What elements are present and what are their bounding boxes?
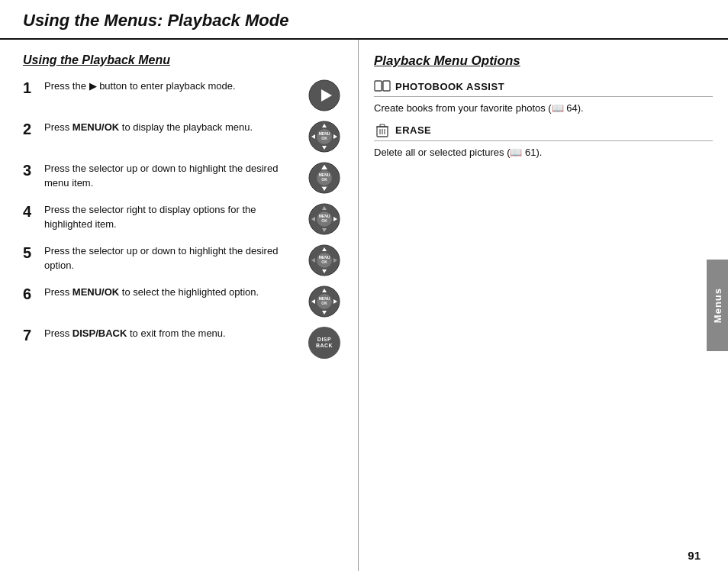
photobook-icon: [374, 79, 391, 93]
step-6-key: MENU/OK: [72, 286, 119, 298]
svg-rect-47: [380, 124, 385, 127]
svg-text:MENU: MENU: [319, 214, 330, 218]
left-section-title: Using the Playback Menu: [23, 53, 343, 67]
step-1: 1 Press the ▶ button to enter play­back …: [23, 79, 343, 111]
disp-back-icon: DISP BACK: [308, 327, 340, 359]
page-container: Using the Menus: Playback Mode Using the…: [0, 0, 728, 571]
step-3-text: Press the selector up or down to highlig…: [44, 162, 300, 191]
step-3-icon: MENU OK: [306, 162, 343, 194]
step-2-icon: MENU OK: [306, 121, 343, 153]
step-4-icon: MENU OK: [306, 203, 343, 235]
page-number: 91: [688, 549, 701, 562]
right-section-title: Playback Menu Options: [374, 53, 713, 69]
svg-text:OK: OK: [321, 260, 327, 264]
selector-updown-icon: MENU OK: [308, 162, 340, 194]
svg-text:MENU: MENU: [319, 131, 330, 136]
step-1-number: 1: [23, 79, 40, 97]
selector-updown2-icon: MENU OK: [308, 244, 340, 276]
step-3-number: 3: [23, 161, 40, 179]
step-7-text: Press DISP/BACK to exit from the menu.: [44, 327, 300, 341]
step-6-text: Press MENU/OK to select the high­lighted…: [44, 286, 300, 300]
erase-option: ERASE Delete all or selected pictures (📖…: [374, 124, 713, 160]
step-6: 6 Press MENU/OK to select the high­light…: [23, 286, 343, 318]
trash-icon-svg: [376, 124, 388, 137]
step-3: 3 Press the selector up or down to highl…: [23, 162, 343, 194]
erase-icon: [374, 124, 391, 137]
svg-rect-42: [375, 81, 382, 91]
step-5-number: 5: [23, 244, 40, 262]
step-5: 5 Press the selector up or down to highl…: [23, 244, 343, 276]
svg-text:MENU: MENU: [319, 173, 330, 177]
photobook-assist-option: PHOTOBOOK ASSIST Create books from your …: [374, 79, 713, 116]
menu-ok-icon: MENU OK: [308, 121, 340, 153]
svg-text:MENU: MENU: [319, 296, 330, 301]
photobook-assist-header: PHOTOBOOK ASSIST: [374, 79, 713, 97]
sidebar-tab: Menus: [707, 260, 728, 351]
step-2-text: Press MENU/OK to display the play­back m…: [44, 121, 300, 135]
erase-desc: Delete all or selected pictures (📖 61).: [374, 145, 713, 160]
main-content: Using the Playback Menu 1 Press the ▶ bu…: [0, 40, 728, 571]
svg-rect-43: [383, 81, 390, 91]
step-7-number: 7: [23, 326, 40, 344]
steps-list: 1 Press the ▶ button to enter play­back …: [23, 79, 343, 359]
photobook-assist-name: PHOTOBOOK ASSIST: [395, 81, 504, 92]
selector-right-icon: MENU OK: [308, 203, 340, 235]
step-4: 4 Press the selector right to display op…: [23, 203, 343, 235]
step-1-text: Press the ▶ button to enter play­back mo…: [44, 79, 300, 94]
svg-text:OK: OK: [321, 218, 327, 223]
step-2: 2 Press MENU/OK to display the play­back…: [23, 121, 343, 153]
step-4-number: 4: [23, 202, 40, 221]
book-icon-svg: [374, 80, 391, 92]
step-5-icon: MENU OK: [306, 244, 343, 276]
erase-name: ERASE: [395, 124, 431, 136]
erase-header: ERASE: [374, 124, 713, 141]
sidebar-tab-label: Menus: [712, 288, 723, 323]
page-header: Using the Menus: Playback Mode: [0, 0, 728, 40]
svg-text:OK: OK: [321, 136, 327, 140]
step-5-text: Press the selector up or down to highlig…: [44, 244, 300, 273]
step-7-key: DISP/BACK: [72, 327, 127, 339]
step-2-key: MENU/OK: [72, 121, 119, 133]
left-column: Using the Playback Menu 1 Press the ▶ bu…: [0, 40, 359, 571]
svg-text:OK: OK: [321, 301, 327, 305]
play-button-icon: [308, 79, 340, 111]
svg-text:OK: OK: [321, 177, 327, 182]
step-2-number: 2: [23, 120, 40, 138]
step-7: 7 Press DISP/BACK to exit from the menu.…: [23, 327, 343, 359]
page-title: Using the Menus: Playback Mode: [23, 11, 705, 31]
right-column: Playback Menu Options PHOTOBOOK ASSIST: [359, 40, 728, 571]
step-1-icon: [306, 79, 343, 111]
step-6-icon: MENU OK: [306, 286, 343, 318]
photobook-assist-desc: Create books from your favorite photos (…: [374, 101, 713, 116]
menu-ok2-icon: MENU OK: [308, 286, 340, 318]
step-4-text: Press the selector right to display op­t…: [44, 203, 300, 232]
step-7-icon: DISP BACK: [306, 327, 343, 359]
step-6-number: 6: [23, 285, 40, 303]
svg-text:MENU: MENU: [319, 255, 330, 260]
